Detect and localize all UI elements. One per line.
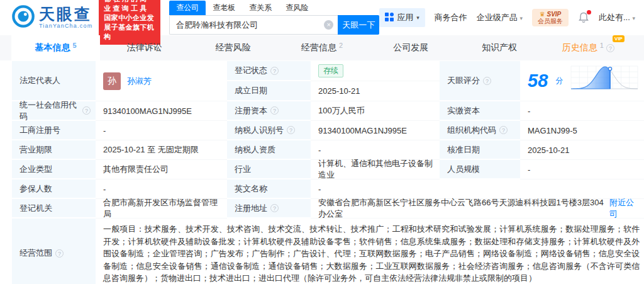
nav-tabs: 基本信息5法律诉讼经营风险经营信息2公司发展知识产权历史信息VIP1? xyxy=(0,35,644,60)
svip-label: SVIP xyxy=(547,11,561,18)
tab-历史信息[interactable]: 历史信息VIP1? xyxy=(544,35,633,60)
field-label: 核准日期 xyxy=(447,144,480,156)
legal-rep-link[interactable]: 孙淑芳 xyxy=(127,76,152,87)
field-label: 经营范围 xyxy=(19,247,52,259)
search-tab[interactable]: 查关系 xyxy=(242,1,279,15)
field-label: 实缴资本 xyxy=(447,105,480,116)
help-icon[interactable]: ? xyxy=(270,204,279,212)
search-input[interactable] xyxy=(169,15,338,35)
field-label: 企业类型 xyxy=(19,164,52,175)
value-organization-code: MAG1NJ99-5 xyxy=(520,121,644,140)
help-icon[interactable]: ? xyxy=(55,249,64,258)
tab-基本信息[interactable]: 基本信息5 xyxy=(11,35,100,60)
svip-sublabel: 会员服务 xyxy=(538,18,563,25)
chevron-down-icon: ▾ xyxy=(416,14,419,21)
tab-count: 5 xyxy=(73,42,77,49)
label-credit-code: 统一社会信用代码? xyxy=(12,101,96,121)
help-icon[interactable]: ? xyxy=(82,106,91,115)
value-registration-number: - xyxy=(96,121,227,140)
tab-label: 法律诉讼 xyxy=(127,42,162,54)
label-staff-size: 人员规模 xyxy=(440,160,520,179)
value-taxpayer-id: 91340100MAG1NJ995E xyxy=(311,121,440,140)
tianyancha-logo[interactable]: 天眼查 TianYanCha.com xyxy=(11,4,92,31)
field-label: 组织机构代码 xyxy=(447,125,496,136)
field-label: 人员规模 xyxy=(447,164,480,175)
avatar[interactable]: 孙 xyxy=(103,72,121,90)
help-icon[interactable]: ? xyxy=(287,126,295,134)
label-business-scope: 经营范围? xyxy=(12,219,96,284)
tab-label: 公司发展 xyxy=(393,42,428,54)
label-taxpayer-quality: 纳税人资质 xyxy=(227,140,311,160)
tab-公司发展[interactable]: 公司发展 xyxy=(367,35,455,60)
field-label: 注册资本 xyxy=(235,105,267,116)
value-staff-size: - xyxy=(520,160,644,179)
label-approval-date: 核准日期 xyxy=(440,140,520,160)
field-label: 统一社会信用代码 xyxy=(19,99,79,122)
value-insured-count: - xyxy=(96,179,227,199)
tab-经营风险[interactable]: 经营风险 xyxy=(189,35,277,60)
search-tab[interactable]: 查公司 xyxy=(169,1,206,15)
label-industry: 行业 xyxy=(227,160,311,179)
value-company-type: 其他有限责任公司 xyxy=(96,160,227,179)
crown-icon: ♛ xyxy=(540,11,545,18)
help-icon[interactable]: ? xyxy=(270,106,279,115)
field-label: 登记机关 xyxy=(19,203,52,214)
svip-member-button[interactable]: ♛ SVIP 会员服务 xyxy=(532,9,569,26)
tab-label: 基本信息 xyxy=(35,42,70,54)
address-text: 安徽省合肥市高新区长宁社区服务中心云飞路66号天源迪科科技园1号楼3层304办公… xyxy=(318,197,606,220)
value-registration-status: 存续 xyxy=(311,61,440,81)
nearby-companies-link[interactable]: 附近公司 xyxy=(609,197,640,220)
field-label: 成立日期 xyxy=(235,85,267,96)
search-button[interactable]: 天眼一下 xyxy=(338,15,379,35)
field-label: 参保人数 xyxy=(19,183,52,195)
business-cooperation-link[interactable]: 商务合作 xyxy=(435,12,467,23)
value-business-term: 2025-10-21 至 无固定期限 xyxy=(96,140,227,160)
field-label: 法定代表人 xyxy=(19,75,60,86)
tab-法律诉讼[interactable]: 法律诉讼 xyxy=(100,35,189,60)
tab-经营信息[interactable]: 经营信息2 xyxy=(277,35,366,60)
tab-label: 历史信息 xyxy=(562,42,597,54)
tab-知识产权[interactable]: 知识产权 xyxy=(455,35,544,60)
slogan-line1: 都在用的商业查询工具 xyxy=(104,0,155,13)
field-label: 纳税人资质 xyxy=(235,144,275,156)
value-legal-representative: 孙孙淑芳 xyxy=(96,61,227,101)
user-account-menu[interactable]: 此处有... ▾ xyxy=(599,12,635,23)
enterprise-products-menu[interactable]: 企业级产品 ▾ xyxy=(477,12,523,23)
main-content: 法定代表人孙孙淑芳登记状态?存续成立日期2025-10-21天眼评分?58分统一… xyxy=(0,60,644,284)
label-taxpayer-id: 纳税人识别号? xyxy=(227,121,311,140)
value-paidin-capital: - xyxy=(520,101,644,121)
help-icon[interactable]: ? xyxy=(483,77,491,85)
search-block: 查公司查老板查关系查风险 × 天眼一下 xyxy=(169,1,379,35)
eye-logo-icon xyxy=(11,4,35,31)
top-header: 天眼查 TianYanCha.com 都在用的商业查询工具 国家中小企业发展子基… xyxy=(0,0,644,35)
value-business-scope: 一般项目：技术服务、技术开发、技术咨询、技术交流、技术转让、技术推广；工程和技术… xyxy=(96,219,644,284)
help-icon[interactable]: ? xyxy=(606,44,614,52)
value-tyc-score: 58分 xyxy=(520,61,644,101)
value-registration-authority: 合肥市高新开发区市场监督管理局 xyxy=(96,199,227,219)
value-credit-code: 91340100MAG1NJ995E xyxy=(96,101,227,121)
tab-count: 1 xyxy=(600,42,604,49)
help-icon[interactable]: ? xyxy=(270,67,279,75)
label-establish-date: 成立日期 xyxy=(227,81,311,101)
value-taxpayer-quality: - xyxy=(311,140,440,160)
value-establish-date: 2025-10-21 xyxy=(311,81,440,101)
brand-domain: TianYanCha.com xyxy=(39,23,92,29)
label-company-type: 企业类型 xyxy=(12,160,96,179)
label-english-name: 英文名称 xyxy=(227,179,311,199)
label-legal-representative: 法定代表人 xyxy=(12,61,96,101)
notifications-bell-icon[interactable] xyxy=(578,11,589,24)
label-registered-address: 注册地址? xyxy=(227,199,311,219)
label-insured-count: 参保人数 xyxy=(12,179,96,199)
search-tab[interactable]: 查风险 xyxy=(279,1,315,15)
score-value: 58 xyxy=(528,72,548,90)
search-tab[interactable]: 查老板 xyxy=(206,1,242,15)
brand-name: 天眼查 xyxy=(39,6,92,22)
apps-menu[interactable]: 应用 ▾ xyxy=(379,8,425,27)
chevron-down-icon: ▾ xyxy=(519,15,523,21)
field-label: 工商注册号 xyxy=(19,125,60,136)
value-empty xyxy=(440,179,644,199)
help-icon[interactable]: ? xyxy=(499,126,508,134)
field-label: 营业期限 xyxy=(19,144,52,156)
chevron-down-icon: ▾ xyxy=(632,15,635,21)
field-label: 英文名称 xyxy=(235,183,267,195)
